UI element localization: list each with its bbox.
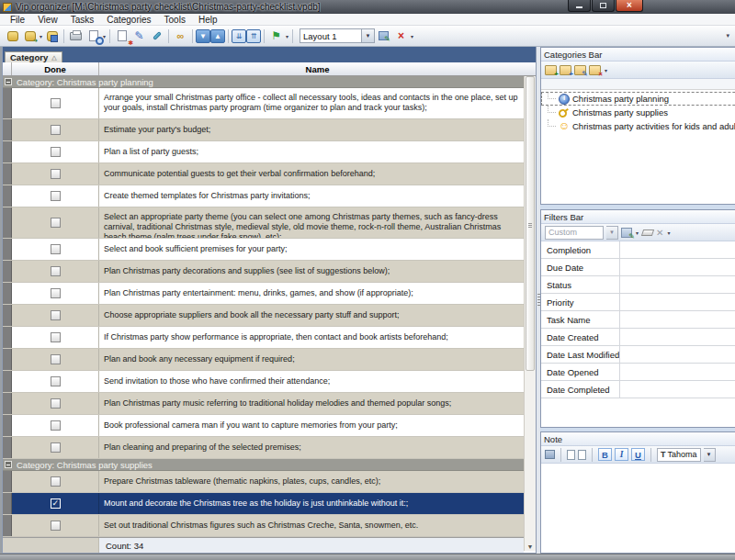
done-checkbox[interactable] xyxy=(51,521,61,531)
menu-item[interactable]: File xyxy=(4,15,31,25)
filter-value-field[interactable] xyxy=(620,259,735,275)
cut-icon[interactable] xyxy=(567,450,575,460)
task-name-cell[interactable]: Book professional camera man if you want… xyxy=(99,415,524,436)
category-group-row[interactable]: Category: Christmas party planning xyxy=(3,76,524,88)
scrollbar-thumb[interactable] xyxy=(526,76,535,371)
task-name-cell[interactable]: Communicate potential guests to get thei… xyxy=(99,163,524,185)
category-group-row[interactable]: Category: Christmas party supplies xyxy=(3,459,524,471)
task-name-cell[interactable]: Plan a list of party guests; xyxy=(99,141,524,162)
go-green-icon[interactable]: ⚑ xyxy=(267,28,285,44)
delete-filter-icon[interactable]: ✕ xyxy=(656,228,663,238)
filter-preset-combo[interactable]: Custom xyxy=(545,226,604,240)
font-combo-arrow[interactable]: ▼ xyxy=(704,448,716,462)
done-cell[interactable] xyxy=(12,437,99,458)
done-checkbox[interactable] xyxy=(51,191,61,201)
task-row[interactable]: Send invitation to those who have confir… xyxy=(3,371,524,393)
task-row[interactable]: Mount and decorate the Christmas tree as… xyxy=(3,493,524,515)
save-layout-icon[interactable] xyxy=(375,28,392,44)
task-row[interactable]: Communicate potential guests to get thei… xyxy=(3,163,524,185)
done-checkbox[interactable] xyxy=(51,498,61,509)
done-cell[interactable] xyxy=(12,493,99,514)
done-checkbox[interactable] xyxy=(51,310,61,320)
done-cell[interactable] xyxy=(12,415,99,436)
task-name-cell[interactable]: Select and book sufficient premises for … xyxy=(99,239,524,260)
edit-category-icon[interactable] xyxy=(574,65,586,75)
filter-value-field[interactable] xyxy=(620,364,735,380)
clear-filter-icon[interactable] xyxy=(641,230,654,236)
menu-item[interactable]: Tasks xyxy=(64,15,101,25)
column-header-done[interactable]: Done xyxy=(12,62,99,75)
task-name-cell[interactable]: Set out traditional Christmas figures su… xyxy=(99,515,524,536)
done-cell[interactable] xyxy=(12,349,99,370)
save-filter-dropdown-icon[interactable]: ▾ xyxy=(636,230,639,236)
filter-value-field[interactable] xyxy=(620,276,735,293)
task-name-cell[interactable]: Plan cleaning and preparing of the selec… xyxy=(99,437,524,458)
print-icon[interactable] xyxy=(67,28,85,44)
italic-button[interactable]: I xyxy=(615,448,628,461)
filter-preset-arrow[interactable]: ▼ xyxy=(606,226,618,240)
done-cell[interactable] xyxy=(12,393,99,414)
done-cell[interactable] xyxy=(12,185,99,207)
filter-value-field[interactable] xyxy=(620,381,735,398)
edit-task-icon[interactable]: ✎ xyxy=(130,28,148,44)
task-name-cell[interactable]: Arrange your small Christmas party offic… xyxy=(99,88,524,118)
collapse-all-icon[interactable]: ⇈ xyxy=(246,29,261,43)
done-checkbox[interactable] xyxy=(51,218,61,228)
done-checkbox[interactable] xyxy=(51,244,61,254)
move-down-icon[interactable]: ▼ xyxy=(196,29,210,43)
task-name-cell[interactable]: If Christmas party show performance is a… xyxy=(99,327,524,348)
task-row[interactable]: Book professional camera man if you want… xyxy=(3,415,524,437)
task-name-cell[interactable]: Mount and decorate the Christmas tree as… xyxy=(99,493,524,514)
font-combo[interactable]: T Tahoma xyxy=(657,448,701,462)
done-cell[interactable] xyxy=(12,119,99,140)
done-cell[interactable] xyxy=(12,305,99,326)
done-cell[interactable] xyxy=(12,515,99,536)
save-database-icon[interactable] xyxy=(43,28,61,44)
done-checkbox[interactable] xyxy=(51,125,61,135)
layout-combo-arrow[interactable]: ▼ xyxy=(362,28,375,43)
done-checkbox[interactable] xyxy=(51,266,61,276)
categories-more-icon[interactable]: ▾ xyxy=(605,67,607,73)
done-cell[interactable] xyxy=(12,141,99,162)
new-subcategory-icon[interactable] xyxy=(560,65,571,75)
task-row[interactable]: Choose appropriate suppliers and book al… xyxy=(3,305,524,327)
task-row[interactable]: Plan and book any necessary equipment if… xyxy=(3,349,524,371)
open-database-icon[interactable] xyxy=(21,28,39,44)
done-cell[interactable] xyxy=(12,239,99,260)
filters-more-icon[interactable]: ▾ xyxy=(667,230,670,236)
menu-item[interactable]: Help xyxy=(192,15,224,25)
task-name-cell[interactable]: Plan Christmas party decorations and sup… xyxy=(99,261,524,282)
filter-value-field[interactable] xyxy=(620,294,735,310)
layout-combo[interactable]: Layout 1 xyxy=(300,28,362,43)
task-name-cell[interactable]: Choose appropriate suppliers and book al… xyxy=(99,305,524,326)
task-row[interactable]: Plan Christmas party entertainment: menu… xyxy=(3,283,524,305)
filter-value-field[interactable] xyxy=(620,329,735,345)
filter-value-field[interactable] xyxy=(620,311,735,328)
task-name-cell[interactable]: Prepare Christmas tableware (thematic na… xyxy=(99,471,524,492)
delete-layout-icon[interactable]: × xyxy=(392,28,410,44)
task-row[interactable]: Create themed templates for Christmas pa… xyxy=(3,185,524,207)
titlebar[interactable]: Vip organizer [M:\Christmas party checkl… xyxy=(0,0,735,14)
copy-icon[interactable] xyxy=(578,450,586,460)
task-name-cell[interactable]: Plan and book any necessary equipment if… xyxy=(99,349,524,370)
maximize-button[interactable] xyxy=(592,0,615,12)
move-up-icon[interactable]: ▲ xyxy=(210,29,225,43)
task-row[interactable]: Plan Christmas party decorations and sup… xyxy=(3,261,524,283)
task-row[interactable]: Plan cleaning and preparing of the selec… xyxy=(3,437,524,459)
new-database-icon[interactable] xyxy=(4,28,21,44)
task-name-cell[interactable]: Select an appropriate party theme (you c… xyxy=(99,207,524,238)
bold-button[interactable]: B xyxy=(598,448,612,461)
done-checkbox[interactable] xyxy=(51,354,61,364)
task-name-cell[interactable]: Create themed templates for Christmas pa… xyxy=(99,185,524,207)
done-cell[interactable] xyxy=(12,371,99,392)
done-cell[interactable] xyxy=(12,283,99,304)
delete-category-icon[interactable] xyxy=(589,65,601,75)
done-checkbox[interactable] xyxy=(51,420,61,431)
vertical-scrollbar[interactable]: ▼ xyxy=(524,76,536,551)
scroll-down-icon[interactable]: ▼ xyxy=(525,543,536,550)
go-dropdown-icon[interactable]: ▾ xyxy=(286,33,288,39)
done-checkbox[interactable] xyxy=(51,288,61,298)
new-category-icon[interactable] xyxy=(545,65,557,75)
done-checkbox[interactable] xyxy=(51,442,61,453)
task-row[interactable]: Prepare Christmas tableware (thematic na… xyxy=(3,471,524,493)
